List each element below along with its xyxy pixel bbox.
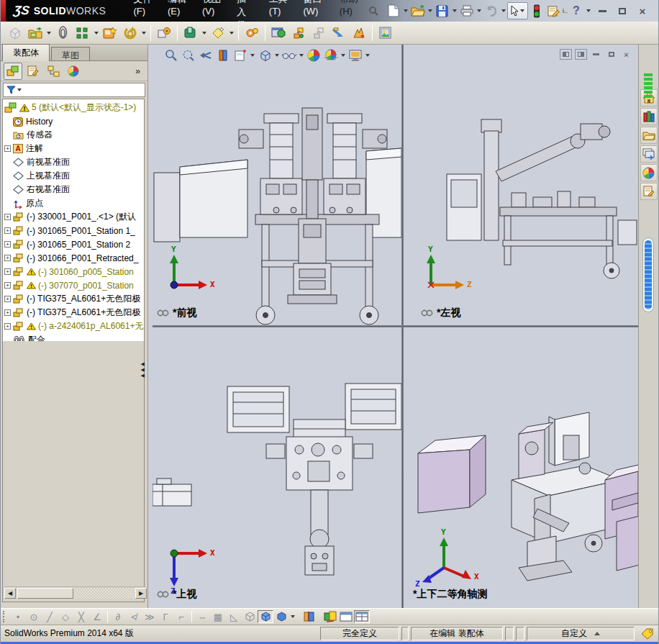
section-view-icon[interactable]	[214, 47, 232, 64]
tree-item-history[interactable]: History	[3, 114, 144, 128]
hide-show-items-glasses-icon[interactable]	[281, 47, 298, 64]
scroll-right-icon[interactable]: ▶	[135, 588, 147, 599]
show-window-icon[interactable]	[269, 24, 288, 42]
sketch-circle-icon[interactable]: ⊙	[26, 610, 42, 623]
document-close-icon[interactable]: ×	[620, 49, 632, 60]
tree-item-mates[interactable]: 配合	[3, 333, 144, 341]
linear-component-pattern-icon[interactable]	[73, 24, 92, 42]
motion-study-icon[interactable]	[322, 610, 338, 623]
expand-icon[interactable]: +	[4, 227, 11, 234]
panel-splitter-arrows[interactable]: ◀◀◀	[141, 361, 145, 378]
rebuild-traffic-light-icon[interactable]	[529, 3, 545, 19]
more-tabs-chevron[interactable]: »	[135, 66, 145, 76]
expand-icon[interactable]: +	[4, 282, 11, 289]
viewport-horizontal-splitter[interactable]	[153, 325, 640, 327]
draft-angle-icon[interactable]: ◺	[226, 610, 242, 623]
apply-scene-ball-icon[interactable]	[322, 47, 340, 64]
insert-from-file-icon[interactable]	[26, 24, 45, 42]
dimension-icon[interactable]: ⇔	[194, 610, 210, 623]
select-dropdown-icon[interactable]	[520, 9, 524, 12]
view-settings-monitor-icon[interactable]	[347, 47, 364, 64]
previous-view-icon[interactable]	[197, 47, 214, 64]
print-dropdown-icon[interactable]	[477, 9, 481, 12]
propertymanager-tab[interactable]	[24, 63, 42, 80]
expand-icon[interactable]: +	[4, 255, 11, 261]
document-restore-icon[interactable]	[605, 49, 617, 60]
tree-item-component[interactable]: + (-) 301066_P001_Retracted_	[3, 251, 144, 265]
tree-item-component[interactable]: + (-) TIG375_AL6061+无色阳极	[3, 292, 144, 306]
motion-study-gears-icon[interactable]	[242, 24, 261, 42]
snap-grid-points-icon[interactable]: ⌐	[173, 610, 189, 623]
featuremanager-tree-tab[interactable]	[4, 63, 22, 80]
interference-detection-icon[interactable]	[330, 24, 348, 42]
expand-icon[interactable]: +	[4, 268, 11, 275]
tree-horizontal-scrollbar[interactable]: ◀ ▶	[4, 586, 147, 599]
snap-parallel-icon[interactable]: ≫	[142, 610, 158, 623]
viewport-left[interactable]: × Y Z *左视	[404, 45, 640, 325]
select-tool-button[interactable]	[507, 2, 528, 19]
exploded-view-icon[interactable]	[289, 24, 308, 42]
tree-item-component-warning[interactable]: + ! (-) a-2424061p_AL6061+无	[3, 319, 144, 333]
display-style-dropdown-icon[interactable]	[275, 54, 279, 57]
snap-perpendicular-icon[interactable]: Γ	[158, 610, 173, 623]
insert-component-icon[interactable]	[6, 24, 24, 42]
viewport-front[interactable]: Y X *前视	[153, 45, 401, 325]
shaded-with-edges-icon[interactable]	[258, 610, 273, 623]
help-dropdown-icon[interactable]	[586, 9, 591, 12]
single-view-icon[interactable]	[338, 610, 354, 623]
tree-filter-row[interactable]	[3, 83, 145, 97]
tree-item-component-warning[interactable]: + ! (-) 301060_p005_Station	[3, 265, 144, 278]
expand-icon[interactable]: +	[4, 145, 11, 152]
scrollbar-track[interactable]	[73, 588, 135, 599]
wireframe-display-icon[interactable]	[242, 610, 258, 623]
sketch-line-icon[interactable]: ╱	[42, 610, 58, 623]
snap-midpoint-icon[interactable]: ≮	[126, 610, 142, 623]
save-icon[interactable]	[435, 3, 450, 19]
tree-item-origin[interactable]: 原点	[3, 196, 144, 210]
assembly-features-icon[interactable]	[181, 24, 200, 42]
new-document-icon[interactable]	[386, 3, 401, 19]
section-tool-icon[interactable]	[301, 610, 317, 623]
shaded-display-icon[interactable]	[273, 610, 289, 623]
print-icon[interactable]	[459, 3, 475, 19]
viewport-top[interactable]: X Z *上视	[153, 327, 401, 608]
tab-sketch[interactable]: 草图	[51, 47, 90, 60]
snap-point-icon[interactable]: ∂	[110, 610, 126, 623]
tree-item-top-plane[interactable]: 上视基准面	[3, 169, 144, 183]
file-explorer-icon[interactable]	[640, 127, 658, 144]
restore-button[interactable]	[612, 4, 632, 17]
orientation-dropdown-icon[interactable]	[250, 54, 255, 57]
display-mode-dropdown-icon[interactable]	[291, 615, 295, 618]
scrollbar-thumb[interactable]	[17, 588, 73, 599]
sketch-polygon-icon[interactable]: ◇	[58, 610, 73, 623]
tree-item-sensors[interactable]: 传感器	[3, 128, 144, 142]
minimize-button[interactable]	[592, 4, 612, 17]
rotate-component-icon[interactable]	[121, 24, 140, 42]
file-properties-icon[interactable]	[546, 3, 562, 19]
explode-line-sketch-icon[interactable]	[309, 24, 328, 42]
zoom-to-fit-icon[interactable]	[163, 47, 180, 64]
display-style-cube-icon[interactable]	[256, 47, 273, 64]
features-dropdown-icon[interactable]	[202, 32, 206, 35]
design-library-icon[interactable]	[640, 108, 658, 125]
expand-icon[interactable]: +	[4, 323, 11, 330]
expand-icon[interactable]: +	[4, 309, 11, 316]
tree-item-component[interactable]: + (-) 301065_P001_Station 2	[3, 237, 144, 251]
displaymanager-tab[interactable]	[64, 63, 83, 80]
image-frame-icon[interactable]	[376, 24, 395, 42]
grid-icon[interactable]: ▦	[210, 610, 226, 623]
filter-dropdown-icon[interactable]	[17, 89, 22, 91]
view-settings-dropdown-icon[interactable]	[365, 54, 370, 57]
scroll-left-icon[interactable]: ◀	[4, 588, 16, 599]
view-orientation-page-icon[interactable]	[232, 47, 249, 64]
custom-units-field[interactable]: 自定义	[527, 627, 635, 640]
viewport-isometric[interactable]: Y X Z *上下二等角轴测	[404, 327, 640, 608]
refgeo-dropdown-icon[interactable]	[229, 32, 234, 35]
document-minimize-icon[interactable]	[590, 49, 602, 60]
tree-item-component[interactable]: + (-) 301065_P001_Station 1_	[3, 224, 144, 237]
mate-icon[interactable]	[53, 24, 72, 42]
tree-item-front-plane[interactable]: 前视基准面	[3, 155, 144, 169]
insert-dropdown-icon[interactable]	[47, 32, 51, 35]
tree-item-component[interactable]: + (-) 330001_P001_.<1> (默认	[3, 210, 144, 224]
task-pane-handle[interactable]	[642, 237, 654, 312]
